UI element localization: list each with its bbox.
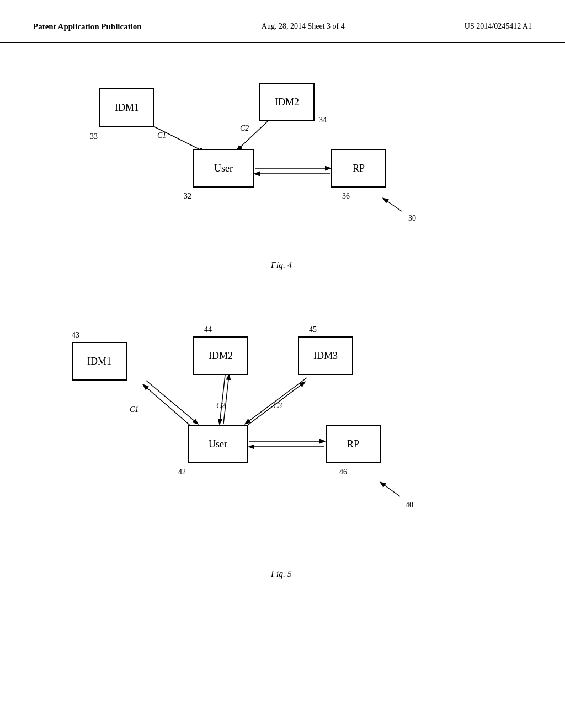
svg-line-13: [381, 483, 400, 496]
fig5-user-box: User: [188, 425, 248, 463]
fig5-node42: 42: [178, 468, 186, 477]
fig5-user-label: User: [209, 438, 227, 450]
fig5-idm3-label: IDM3: [313, 350, 338, 362]
svg-line-9: [246, 378, 307, 424]
svg-line-4: [383, 199, 402, 211]
fig4-diagram: IDM1 33 IDM2 34 User 32 RP 36 30 C1 C2: [44, 66, 519, 276]
date-sheet-label: Aug. 28, 2014 Sheet 3 of 4: [262, 22, 345, 31]
fig5-node46: 46: [339, 468, 347, 477]
svg-line-5: [146, 381, 198, 424]
fig4-caption: Fig. 4: [271, 260, 292, 270]
page: Patent Application Publication Aug. 28, …: [0, 0, 565, 728]
fig4-node34: 34: [319, 116, 327, 125]
fig4-idm1-label: IDM1: [115, 102, 139, 114]
fig4-rp-label: RP: [353, 163, 365, 174]
fig4-node30: 30: [408, 214, 416, 223]
fig5-c2-label: C2: [216, 402, 225, 410]
svg-line-8: [223, 375, 229, 424]
fig5-rp-box: RP: [326, 425, 381, 463]
fig4-node32: 32: [184, 192, 191, 201]
page-header: Patent Application Publication Aug. 28, …: [0, 0, 565, 43]
fig5-node43: 43: [72, 331, 79, 340]
fig5-idm1-box: IDM1: [72, 342, 127, 381]
fig5-idm2-label: IDM2: [209, 350, 233, 362]
fig5-idm1-label: IDM1: [87, 356, 111, 367]
fig4-node36: 36: [342, 192, 350, 201]
fig5-node44: 44: [204, 325, 212, 334]
publication-label: Patent Application Publication: [33, 22, 142, 31]
fig4-idm2-label: IDM2: [275, 97, 299, 108]
fig4-user-box: User: [193, 149, 254, 188]
fig4-c1-label: C1: [157, 131, 166, 140]
fig4-idm1-box: IDM1: [99, 88, 154, 127]
fig5-node40: 40: [406, 501, 413, 510]
fig5-c1-label: C1: [130, 405, 138, 414]
fig4-user-label: User: [214, 163, 233, 174]
svg-line-7: [220, 375, 225, 424]
fig5-diagram: IDM1 43 IDM2 44 IDM3 45 User 42 RP 46 40…: [44, 320, 519, 585]
fig5-c3-label: C3: [273, 402, 282, 410]
fig5-idm2-box: IDM2: [193, 336, 248, 375]
fig5-idm3-box: IDM3: [298, 336, 353, 375]
fig4-idm2-box: IDM2: [259, 83, 315, 121]
fig4-node33: 33: [90, 132, 98, 141]
svg-line-6: [143, 385, 193, 428]
fig5-rp-label: RP: [347, 438, 359, 450]
patent-number-label: US 2014/0245412 A1: [465, 22, 532, 31]
fig4-rp-box: RP: [331, 149, 386, 188]
fig5-node45: 45: [309, 325, 317, 334]
fig4-c2-label: C2: [240, 124, 249, 133]
fig5-caption: Fig. 5: [271, 569, 292, 579]
